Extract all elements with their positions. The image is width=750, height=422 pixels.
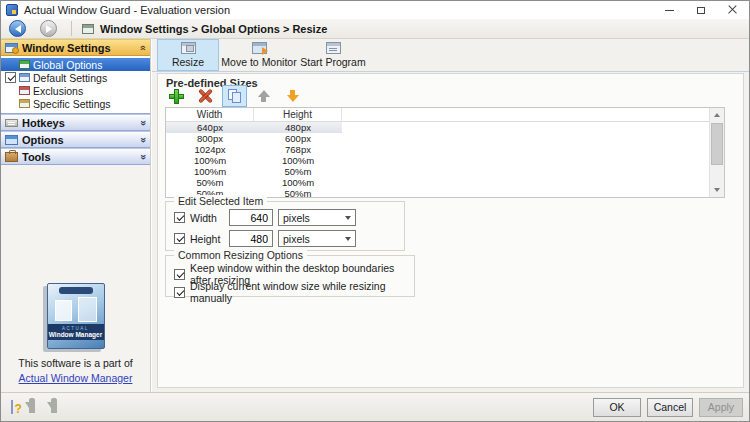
height-checkbox[interactable] — [174, 233, 185, 244]
close-button[interactable] — [717, 1, 749, 19]
tree-item-exclusions[interactable]: Exclusions — [1, 84, 150, 97]
ok-button[interactable]: OK — [593, 398, 641, 417]
height-input[interactable] — [229, 230, 273, 247]
forward-button[interactable] — [40, 20, 57, 37]
move-down-button[interactable] — [280, 85, 305, 107]
help-button[interactable] — [11, 401, 13, 413]
width-unit-select[interactable]: pixels — [278, 209, 356, 226]
add-size-button[interactable] — [164, 85, 189, 107]
tab-move-to-monitor[interactable]: Move to Monitor — [219, 39, 299, 71]
chevron-down-icon: » — [138, 154, 148, 160]
main-area: Resize Move to Monitor Start Program Pre… — [152, 39, 749, 392]
width-label: Width — [190, 212, 224, 224]
scroll-up-icon — [714, 113, 720, 117]
back-button[interactable] — [9, 20, 26, 37]
delete-icon — [198, 89, 213, 104]
bottom-bar: OK Cancel Apply — [1, 392, 749, 421]
table-row[interactable]: 100%m 50%m — [166, 166, 724, 177]
tab-resize[interactable]: Resize — [157, 39, 219, 71]
edit-selected-item-group: Edit Selected Item Width pixels Height — [165, 201, 405, 251]
column-header-width[interactable]: Width — [166, 108, 254, 121]
tab-start-program[interactable]: Start Program — [299, 39, 367, 71]
height-unit-select[interactable]: pixels — [278, 230, 356, 247]
window-settings-icon — [5, 43, 18, 53]
sidebar-item-window-settings[interactable]: Window Settings » — [1, 39, 150, 56]
maximize-button[interactable] — [685, 1, 717, 19]
scrollbar-thumb[interactable] — [711, 123, 723, 165]
dropdown-chevron-icon — [340, 237, 355, 241]
apply-button: Apply — [699, 398, 743, 417]
copy-size-button[interactable] — [222, 85, 247, 107]
category-label: Options — [22, 134, 64, 146]
default-settings-checkbox[interactable] — [5, 72, 16, 83]
hotkeys-icon — [5, 119, 18, 127]
column-header-height[interactable]: Height — [254, 108, 342, 121]
predefined-sizes-table: Width Height 640px 480px 800px 600px 102… — [165, 107, 725, 198]
edit-width-row: Width pixels — [174, 209, 356, 226]
keep-window-checkbox[interactable] — [174, 269, 185, 280]
table-row[interactable]: 50%m 100%m — [166, 177, 724, 188]
height-label: Height — [190, 233, 224, 245]
sidebar-item-tools[interactable]: Tools » — [1, 148, 150, 165]
arrow-up-icon — [258, 90, 270, 102]
titlebar: Actual Window Guard - Evaluation version — [1, 1, 749, 19]
global-options-icon — [19, 60, 30, 69]
actual-window-manager-link[interactable]: Actual Window Manager — [1, 372, 150, 384]
arrow-down-icon — [287, 90, 299, 102]
undo-icon — [29, 398, 35, 413]
forward-arrow-icon — [46, 25, 52, 33]
back-arrow-icon — [15, 25, 21, 33]
tree-item-label: Exclusions — [33, 85, 83, 97]
undo-button[interactable] — [29, 401, 35, 413]
minimize-button[interactable] — [653, 1, 685, 19]
product-logo-icon — [59, 287, 93, 294]
width-input[interactable] — [229, 209, 273, 226]
chevron-down-icon: » — [138, 120, 148, 126]
plus-icon — [169, 89, 184, 104]
table-row[interactable]: 1024px 768px — [166, 144, 724, 155]
product-box-title: Window Manager — [49, 331, 102, 338]
sidebar-item-options[interactable]: Options » — [1, 131, 150, 148]
tab-bar: Resize Move to Monitor Start Program — [152, 39, 749, 72]
category-label: Tools — [22, 151, 51, 163]
resize-panel: Pre-defined Sizes Width Height 640px 480… — [157, 73, 744, 388]
tab-label: Resize — [172, 56, 204, 68]
sidebar-footer: ACTUAL Window Manager This software is a… — [1, 283, 150, 384]
window-controls — [653, 1, 749, 19]
maximize-icon — [697, 7, 705, 14]
scroll-up-button[interactable] — [710, 108, 724, 122]
display-size-checkbox[interactable] — [174, 287, 185, 298]
delete-size-button[interactable] — [193, 85, 218, 107]
tree-item-specific-settings[interactable]: Specific Settings — [1, 97, 150, 110]
category-label: Hotkeys — [22, 117, 65, 129]
table-row[interactable]: 640px 480px — [166, 122, 724, 133]
tree-item-default-settings[interactable]: Default Settings — [1, 71, 150, 84]
window-title: Actual Window Guard - Evaluation version — [24, 4, 230, 16]
sidebar-item-hotkeys[interactable]: Hotkeys » — [1, 114, 150, 131]
scroll-down-icon — [714, 188, 720, 192]
sidebar: Window Settings » Global Options Default… — [1, 39, 151, 392]
bottom-left-tools — [11, 393, 57, 421]
table-scrollbar[interactable] — [709, 108, 724, 197]
cancel-button[interactable]: Cancel — [647, 398, 693, 417]
move-up-button[interactable] — [251, 85, 276, 107]
chevron-down-icon: » — [138, 137, 148, 143]
start-program-icon — [326, 42, 341, 54]
display-size-option-row: Display current window size while resizi… — [174, 280, 414, 304]
table-row[interactable]: 100%m 100%m — [166, 155, 724, 166]
breadcrumb-icon — [82, 24, 94, 34]
move-to-monitor-icon — [252, 42, 267, 54]
width-checkbox[interactable] — [174, 212, 185, 223]
tree-item-label: Specific Settings — [33, 98, 111, 110]
tree-item-global-options[interactable]: Global Options — [1, 58, 150, 71]
redo-button[interactable] — [51, 401, 57, 413]
dropdown-chevron-icon — [340, 216, 355, 220]
breadcrumb: Window Settings > Global Options > Resiz… — [100, 23, 327, 35]
chevron-up-icon: » — [138, 45, 148, 51]
minimize-icon — [665, 10, 674, 11]
scroll-down-button[interactable] — [710, 183, 724, 197]
table-row[interactable]: 800px 600px — [166, 133, 724, 144]
options-icon — [5, 135, 18, 145]
copy-icon — [228, 89, 242, 103]
app-icon — [6, 4, 18, 16]
